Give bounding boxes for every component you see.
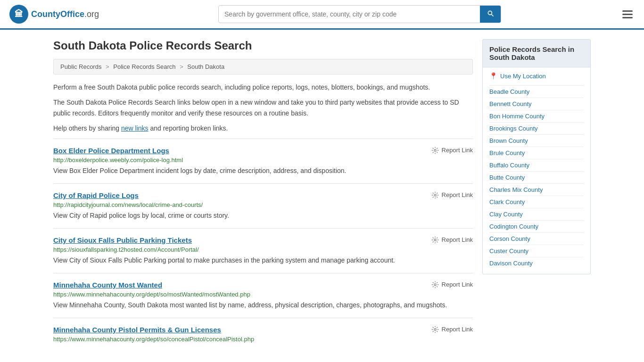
report-link-0[interactable]: Report Link: [431, 147, 473, 154]
record-header: Box Elder Police Department Logs Report …: [53, 147, 473, 155]
description-3: Help others by sharing new links and rep…: [53, 123, 473, 133]
sidebar-county-bon-homme-county[interactable]: Bon Homme County: [489, 110, 584, 122]
record-desc-0: View Box Elder Police Department inciden…: [53, 166, 473, 176]
record-title-2[interactable]: City of Sioux Falls Public Parking Ticke…: [53, 236, 192, 244]
breadcrumb-police-records-search[interactable]: Police Records Search: [113, 63, 175, 70]
use-my-location-label: Use My Location: [500, 73, 546, 80]
report-link-4[interactable]: Report Link: [431, 326, 473, 333]
search-button[interactable]: [480, 6, 501, 23]
sidebar-county-clay-county[interactable]: Clay County: [489, 208, 584, 220]
sidebar-county-brule-county[interactable]: Brule County: [489, 147, 584, 159]
location-icon: 📍: [489, 72, 497, 80]
record-url-3[interactable]: https://www.minnehahacounty.org/dept/so/…: [53, 291, 473, 298]
breadcrumb: Public Records > Police Records Search >…: [53, 59, 473, 74]
sidebar-county-corson-county[interactable]: Corson County: [489, 232, 584, 245]
sidebar-county-codington-county[interactable]: Codington County: [489, 220, 584, 232]
breadcrumb-south-dakota[interactable]: South Dakota: [187, 63, 224, 70]
search-input[interactable]: [219, 7, 480, 22]
sidebar-county-custer-county[interactable]: Custer County: [489, 245, 584, 257]
report-link-2[interactable]: Report Link: [431, 236, 473, 244]
record-header: Minnehaha County Pistol Permits & Gun Li…: [53, 326, 473, 334]
svg-point-2: [434, 239, 436, 241]
report-link-3[interactable]: Report Link: [431, 281, 473, 288]
record-card: Minnehaha County Pistol Permits & Gun Li…: [53, 318, 473, 353]
sidebar-county-davison-county[interactable]: Davison County: [489, 257, 584, 269]
records-list: Box Elder Police Department Logs Report …: [53, 139, 473, 353]
record-card: Minnehaha County Most Wanted Report Link…: [53, 273, 473, 318]
record-desc-1: View City of Rapid police logs by local,…: [53, 211, 473, 221]
record-card: City of Rapid Police Logs Report Link ht…: [53, 183, 473, 228]
sidebar-county-buffalo-county[interactable]: Buffalo County: [489, 159, 584, 171]
record-title-1[interactable]: City of Rapid Police Logs: [53, 191, 139, 199]
record-title-3[interactable]: Minnehaha County Most Wanted: [53, 281, 162, 289]
record-card: City of Sioux Falls Public Parking Ticke…: [53, 228, 473, 273]
county-links-list: Beadle CountyBennett CountyBon Homme Cou…: [489, 85, 584, 269]
logo-text: CountyOffice.org: [31, 9, 99, 19]
sidebar-county-clark-county[interactable]: Clark County: [489, 196, 584, 208]
menu-icon-line1: [622, 10, 633, 12]
svg-point-0: [434, 149, 436, 151]
main-content: South Dakota Police Records Search Publi…: [53, 39, 473, 353]
menu-icon-line3: [622, 17, 633, 18]
record-header: City of Sioux Falls Public Parking Ticke…: [53, 236, 473, 244]
sidebar: Police Records Search in South Dakota 📍 …: [482, 39, 591, 353]
sidebar-county-brookings-county[interactable]: Brookings County: [489, 122, 584, 134]
record-desc-3: View Minnehaha County, South Dakota most…: [53, 300, 473, 310]
description-1: Perform a free South Dakota public polic…: [53, 82, 473, 92]
main-container: South Dakota Police Records Search Publi…: [44, 30, 600, 362]
description-2: The South Dakota Police Records Search l…: [53, 97, 473, 118]
sidebar-county-beadle-county[interactable]: Beadle County: [489, 85, 584, 98]
sidebar-box: 📍 Use My Location Beadle CountyBennett C…: [482, 67, 591, 274]
report-icon: [431, 326, 439, 333]
svg-point-3: [434, 284, 436, 286]
sidebar-county-bennett-county[interactable]: Bennett County: [489, 98, 584, 110]
new-links-link[interactable]: new links: [121, 124, 149, 132]
svg-point-1: [434, 194, 436, 196]
breadcrumb-sep1: >: [106, 63, 111, 70]
record-header: City of Rapid Police Logs Report Link: [53, 191, 473, 199]
sidebar-title: Police Records Search in South Dakota: [482, 39, 591, 67]
logo-link[interactable]: 🏛 CountyOffice.org: [9, 5, 99, 24]
record-url-0[interactable]: http://boxelderpolice.weebly.com/police-…: [53, 156, 473, 164]
record-title-4[interactable]: Minnehaha County Pistol Permits & Gun Li…: [53, 326, 221, 334]
breadcrumb-sep2: >: [180, 63, 185, 70]
report-icon: [431, 191, 439, 199]
report-link-1[interactable]: Report Link: [431, 191, 473, 199]
record-header: Minnehaha County Most Wanted Report Link: [53, 281, 473, 289]
search-bar: [218, 5, 501, 23]
logo-icon: 🏛: [9, 5, 28, 24]
sidebar-county-brown-county[interactable]: Brown County: [489, 134, 584, 147]
record-title-0[interactable]: Box Elder Police Department Logs: [53, 147, 169, 155]
report-icon: [431, 147, 439, 154]
report-icon: [431, 236, 439, 244]
use-my-location-link[interactable]: 📍 Use My Location: [489, 72, 584, 80]
record-desc-2: View City of Sioux Falls Public Parking …: [53, 255, 473, 265]
sidebar-county-charles-mix-county[interactable]: Charles Mix County: [489, 183, 584, 196]
record-url-2[interactable]: https://siouxfallsparking.t2hosted.com/A…: [53, 246, 473, 253]
record-url-1[interactable]: http://rapidcityjournal.com/news/local/c…: [53, 201, 473, 208]
record-card: Box Elder Police Department Logs Report …: [53, 139, 473, 183]
record-url-4[interactable]: https://www.minnehahacounty.org/dept/so/…: [53, 336, 473, 343]
sidebar-county-butte-county[interactable]: Butte County: [489, 171, 584, 183]
menu-icon-line2: [622, 14, 633, 15]
svg-point-4: [434, 329, 436, 330]
report-icon: [431, 281, 439, 288]
page-title: South Dakota Police Records Search: [53, 39, 473, 52]
header: 🏛 CountyOffice.org: [0, 0, 644, 30]
menu-button[interactable]: [620, 8, 635, 20]
breadcrumb-public-records[interactable]: Public Records: [60, 63, 101, 70]
